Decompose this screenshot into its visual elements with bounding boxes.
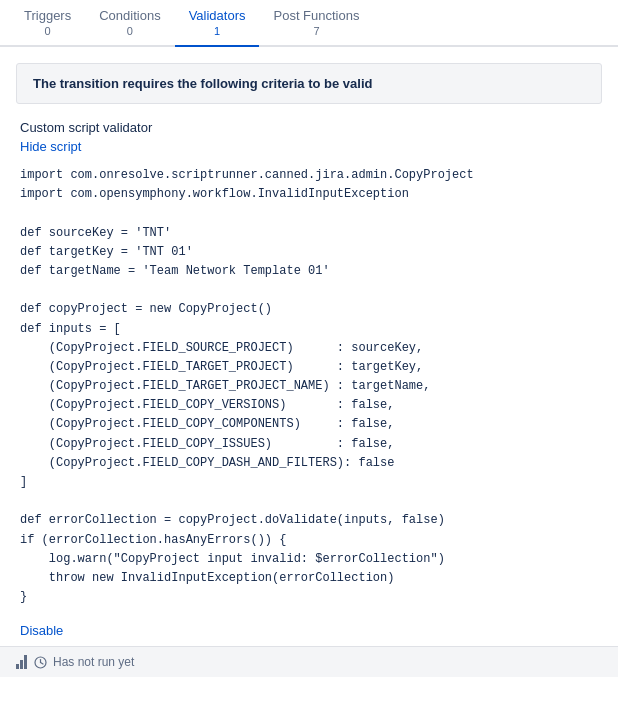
hide-script-link[interactable]: Hide script bbox=[20, 139, 81, 154]
tab-validators-badge: 1 bbox=[214, 25, 220, 37]
tab-post-functions-badge: 7 bbox=[313, 25, 319, 37]
tabs-container: Triggers 0 Conditions 0 Validators 1 Pos… bbox=[0, 0, 618, 47]
script-section: Custom script validator Hide script impo… bbox=[16, 120, 602, 646]
main-content: The transition requires the following cr… bbox=[0, 47, 618, 677]
svg-line-2 bbox=[40, 662, 43, 664]
bar-chart-icon bbox=[16, 655, 27, 669]
tab-triggers-badge: 0 bbox=[45, 25, 51, 37]
has-not-run-text: Has not run yet bbox=[53, 655, 134, 669]
criteria-box: The transition requires the following cr… bbox=[16, 63, 602, 104]
tab-conditions-badge: 0 bbox=[127, 25, 133, 37]
tab-conditions-label: Conditions bbox=[99, 8, 160, 23]
tab-post-functions-label: Post Functions bbox=[273, 8, 359, 23]
tab-triggers-label: Triggers bbox=[24, 8, 71, 23]
disable-link[interactable]: Disable bbox=[20, 623, 63, 638]
code-block: import com.onresolve.scriptrunner.canned… bbox=[20, 162, 598, 611]
script-title: Custom script validator bbox=[20, 120, 598, 135]
tab-triggers[interactable]: Triggers 0 bbox=[10, 0, 85, 45]
tab-validators-label: Validators bbox=[189, 8, 246, 23]
footer-status: Has not run yet bbox=[0, 646, 618, 677]
tab-validators[interactable]: Validators 1 bbox=[175, 0, 260, 45]
tab-post-functions[interactable]: Post Functions 7 bbox=[259, 0, 373, 45]
tab-conditions[interactable]: Conditions 0 bbox=[85, 0, 174, 45]
criteria-text: The transition requires the following cr… bbox=[33, 76, 373, 91]
clock-icon bbox=[33, 655, 47, 669]
